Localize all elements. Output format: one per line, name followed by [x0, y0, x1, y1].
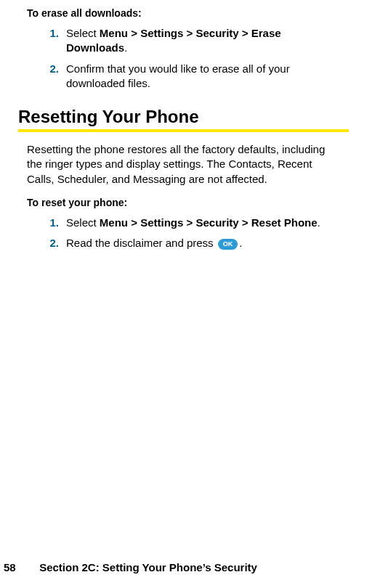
reset-description: Resetting the phone restores all the fac… [27, 142, 342, 187]
page-footer: 58 Section 2C: Setting Your Phone’s Secu… [4, 561, 257, 573]
step-prefix: Select [66, 216, 100, 229]
step-text-before: Read the disclaimer and press [66, 237, 217, 249]
erase-steps: 1. Select Menu > Settings > Security > E… [46, 26, 349, 91]
menu-path-item: Menu [100, 216, 128, 229]
erase-step-1: 1. Select Menu > Settings > Security > E… [46, 26, 349, 56]
menu-path-sep: > [183, 27, 195, 39]
step-text-after: . [239, 237, 242, 249]
step-text: Confirm that you would like to erase all… [66, 62, 349, 91]
heading-underline [18, 129, 349, 132]
menu-path-sep: > [239, 27, 251, 39]
reset-intro: To reset your phone: [27, 197, 349, 208]
menu-path-item: Menu [100, 27, 128, 39]
step-number: 2. [46, 62, 66, 91]
reset-step-2: 2. Read the disclaimer and press OK. [46, 236, 349, 250]
menu-path-item: Settings [140, 27, 183, 39]
menu-path-sep: > [128, 27, 140, 39]
menu-path-item: Security [195, 27, 238, 39]
footer-section-title: Section 2C: Setting Your Phone’s Securit… [39, 561, 257, 573]
step-text: Read the disclaimer and press OK. [66, 236, 349, 250]
menu-path-item: Reset Phone [251, 216, 318, 229]
reset-steps: 1. Select Menu > Settings > Security > R… [46, 216, 349, 251]
step-number: 2. [46, 236, 66, 250]
step-number: 1. [46, 26, 66, 56]
step-suffix: . [318, 216, 320, 229]
reset-step-1: 1. Select Menu > Settings > Security > R… [46, 216, 349, 230]
section-heading-wrap: Resetting Your Phone [18, 107, 349, 132]
menu-path-item: Security [195, 216, 238, 229]
ok-button-icon: OK [218, 239, 238, 250]
menu-path-sep: > [183, 216, 195, 229]
page-number: 58 [4, 561, 36, 573]
menu-path-item: Settings [140, 216, 183, 229]
section-heading: Resetting Your Phone [18, 107, 349, 127]
step-prefix: Select [66, 27, 100, 39]
step-number: 1. [46, 216, 66, 230]
erase-step-2: 2. Confirm that you would like to erase … [46, 62, 349, 91]
step-text: Select Menu > Settings > Security > Eras… [66, 26, 349, 56]
step-suffix: . [124, 41, 127, 54]
step-text: Select Menu > Settings > Security > Rese… [66, 216, 349, 230]
menu-path-sep: > [239, 216, 251, 229]
menu-path-sep: > [128, 216, 140, 229]
erase-intro: To erase all downloads: [27, 7, 349, 19]
